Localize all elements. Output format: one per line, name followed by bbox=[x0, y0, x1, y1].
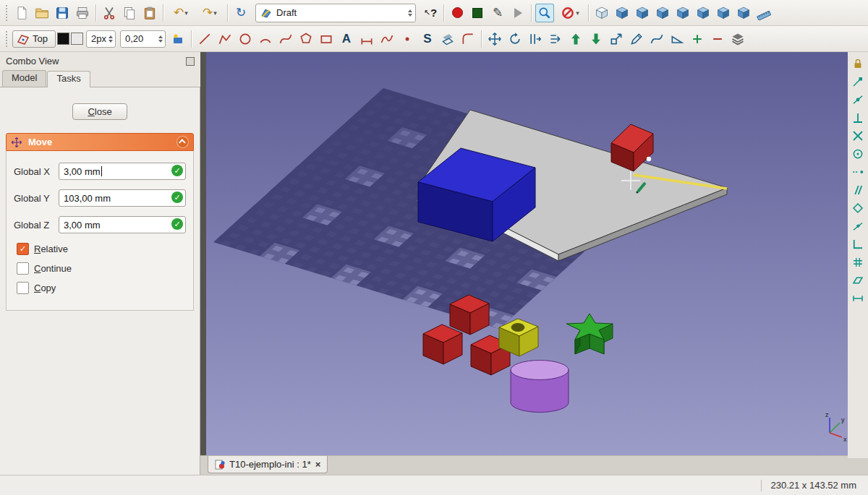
snap-angle-button[interactable] bbox=[849, 127, 867, 145]
autogroup-button[interactable] bbox=[169, 30, 187, 48]
open-document-button[interactable] bbox=[33, 4, 51, 22]
macro-stop-button[interactable] bbox=[468, 4, 487, 22]
draft-remove-point-button[interactable] bbox=[708, 30, 727, 48]
snap-extension-button[interactable] bbox=[849, 163, 867, 181]
copy-checkbox[interactable] bbox=[17, 282, 29, 294]
text-scale-spinner[interactable]: 0,20 bbox=[120, 30, 166, 48]
fit-all-button[interactable] bbox=[535, 4, 554, 22]
draw-style-button[interactable]: ▾ bbox=[556, 4, 584, 22]
draft-facebinder-button[interactable] bbox=[438, 30, 457, 48]
view-rear-button[interactable] bbox=[673, 4, 692, 22]
macro-play-button[interactable] bbox=[509, 4, 527, 22]
purple-cylinder[interactable] bbox=[511, 361, 569, 413]
draft-slope-button[interactable] bbox=[668, 30, 686, 48]
draft-arc-button[interactable] bbox=[256, 30, 275, 48]
whats-this-button[interactable]: ↖? bbox=[421, 4, 440, 22]
snap-perpendicular-button[interactable] bbox=[849, 109, 867, 126]
workbench-selector[interactable]: Draft bbox=[255, 4, 416, 22]
collapse-task-icon[interactable] bbox=[176, 136, 189, 148]
draft-fillet-button[interactable] bbox=[459, 30, 477, 48]
relative-checkbox[interactable]: ✓ bbox=[17, 243, 29, 255]
snap-center-button[interactable] bbox=[849, 145, 867, 163]
view-left-button[interactable] bbox=[714, 4, 733, 22]
snap-lock-icon bbox=[851, 57, 864, 70]
draft-wire-to-bspline-button[interactable] bbox=[647, 30, 666, 48]
snap-endpoint-button[interactable] bbox=[849, 73, 867, 90]
view-axonometric-button[interactable] bbox=[734, 4, 753, 22]
snap-grid-button[interactable] bbox=[849, 254, 867, 271]
macro-edit-button[interactable]: ✎ bbox=[488, 4, 507, 22]
global-y-input[interactable]: 103,00 mm ✓ bbox=[59, 189, 186, 207]
view-bottom-button[interactable] bbox=[694, 4, 712, 22]
draft-polyline-button[interactable] bbox=[216, 30, 234, 48]
snap-near-button[interactable] bbox=[849, 218, 867, 235]
snap-working-plane-button[interactable] bbox=[849, 272, 867, 289]
line-color-swatch[interactable] bbox=[57, 33, 69, 45]
snap-midpoint-button[interactable] bbox=[849, 91, 867, 108]
global-z-input[interactable]: 3,00 mm ✓ bbox=[59, 216, 186, 233]
print-button[interactable] bbox=[73, 4, 92, 22]
draft-rotate-button[interactable] bbox=[506, 30, 524, 48]
draft-point-button[interactable] bbox=[398, 30, 417, 48]
view-front-button[interactable] bbox=[613, 4, 631, 22]
continue-checkbox[interactable] bbox=[17, 262, 29, 275]
snap-lock-button[interactable] bbox=[849, 55, 867, 72]
draft-dimension-button[interactable] bbox=[357, 30, 376, 48]
snap-extension-icon bbox=[851, 165, 864, 178]
combo-view-panel: Combo View Model Tasks Close Move Global… bbox=[0, 52, 200, 475]
draft-upgrade-button[interactable] bbox=[566, 30, 585, 48]
draft-move-button[interactable] bbox=[485, 30, 504, 48]
view-top-button[interactable] bbox=[633, 4, 652, 22]
view-isometric-button[interactable] bbox=[592, 4, 611, 22]
snap-parallel-button[interactable] bbox=[849, 181, 867, 199]
draft-polygon-button[interactable] bbox=[297, 30, 315, 48]
working-plane-button[interactable]: Top bbox=[12, 30, 56, 48]
axis-z-label: z bbox=[825, 411, 829, 418]
tab-model[interactable]: Model bbox=[2, 70, 46, 87]
ruler-icon bbox=[757, 6, 771, 20]
document-tab[interactable]: T10-ejemplo-ini : 1* × bbox=[208, 456, 328, 473]
cut-button[interactable] bbox=[100, 4, 119, 22]
float-panel-icon[interactable] bbox=[186, 57, 195, 66]
draft-edit-button[interactable] bbox=[627, 30, 646, 48]
text-scale-value: 0,20 bbox=[125, 33, 143, 44]
draft-text-button[interactable]: A bbox=[337, 30, 356, 48]
snap-ortho-button[interactable] bbox=[849, 236, 867, 253]
draft-bspline-button[interactable] bbox=[378, 30, 396, 48]
right-cube-icon bbox=[655, 6, 670, 20]
redo-button[interactable]: ↷▾ bbox=[196, 4, 224, 22]
draft-sc ale-button[interactable] bbox=[607, 30, 626, 48]
new-document-button[interactable] bbox=[12, 4, 31, 22]
save-document-button[interactable] bbox=[53, 4, 72, 22]
draft-add-point-button[interactable] bbox=[688, 30, 707, 48]
workbench-selector-spinner[interactable] bbox=[408, 9, 412, 17]
draft-circle-button[interactable] bbox=[236, 30, 255, 48]
new-document-icon bbox=[14, 6, 29, 20]
paste-button[interactable] bbox=[140, 4, 159, 22]
measure-distance-button[interactable] bbox=[754, 4, 773, 22]
draft-trimex-button[interactable] bbox=[546, 30, 565, 48]
close-document-icon[interactable]: × bbox=[315, 459, 321, 470]
draft-rectangle-button[interactable] bbox=[317, 30, 336, 48]
snap-special-button[interactable] bbox=[849, 199, 867, 217]
draft-layer-button[interactable] bbox=[728, 30, 747, 48]
close-task-button[interactable]: Close bbox=[72, 103, 127, 120]
draft-offset-button[interactable] bbox=[526, 30, 545, 48]
undo-button[interactable]: ↶▾ bbox=[167, 4, 195, 22]
snap-dimensions-button[interactable] bbox=[849, 290, 867, 307]
refresh-button[interactable]: ↻ bbox=[231, 4, 250, 22]
toolbar-drag-handle[interactable] bbox=[5, 30, 9, 48]
line-width-spinner[interactable]: 2px bbox=[86, 30, 116, 48]
face-color-swatch[interactable] bbox=[71, 33, 83, 45]
draft-bezier-button[interactable] bbox=[276, 30, 295, 48]
3d-viewport[interactable]: z y x bbox=[206, 52, 848, 455]
toolbar-drag-handle[interactable] bbox=[5, 4, 9, 22]
macro-record-button[interactable] bbox=[448, 4, 467, 22]
view-right-button[interactable] bbox=[653, 4, 672, 22]
global-x-input[interactable]: 3,00 mm ✓ bbox=[59, 163, 186, 180]
draft-shapestring-button[interactable]: S bbox=[418, 30, 437, 48]
draft-line-button[interactable] bbox=[195, 30, 214, 48]
copy-button[interactable] bbox=[120, 4, 139, 22]
draft-downgrade-button[interactable] bbox=[587, 30, 605, 48]
tab-tasks[interactable]: Tasks bbox=[47, 71, 90, 87]
